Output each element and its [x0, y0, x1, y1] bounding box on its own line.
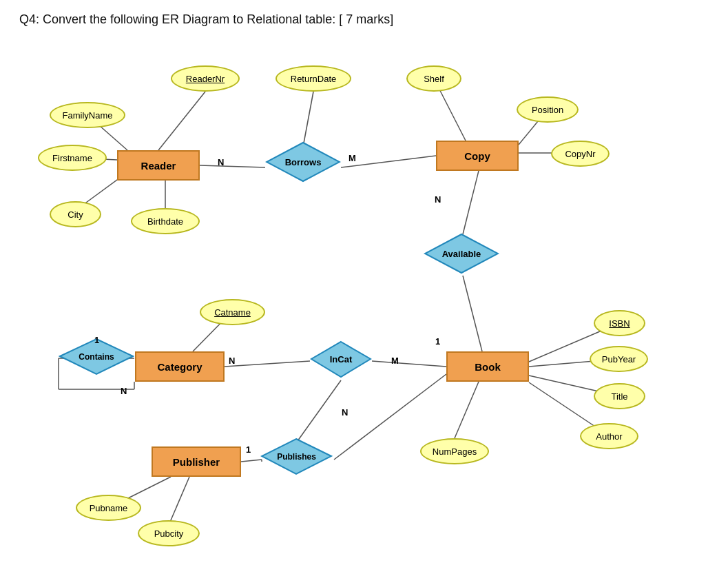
- svg-line-26: [298, 380, 341, 441]
- svg-line-11: [463, 171, 479, 234]
- attr-familyname: FamilyName: [50, 102, 125, 128]
- card-available-book: 1: [435, 336, 440, 347]
- svg-line-31: [169, 477, 189, 525]
- attr-author: Author: [580, 423, 638, 449]
- card-contains-n: N: [121, 386, 127, 396]
- relationship-incat: InCat: [310, 340, 372, 378]
- entity-copy: Copy: [436, 141, 519, 171]
- svg-line-28: [241, 460, 262, 462]
- relationship-publishes: Publishes: [260, 438, 333, 475]
- entity-publisher: Publisher: [152, 446, 241, 477]
- svg-line-0: [158, 92, 205, 150]
- card-publisher-publishes: 1: [246, 444, 251, 455]
- card-reader-borrows: N: [218, 157, 224, 167]
- attr-city: City: [50, 201, 101, 227]
- diagram-lines: [0, 0, 728, 565]
- svg-line-24: [225, 361, 310, 367]
- attr-pubname: Pubname: [76, 495, 141, 521]
- page-title: Q4: Convert the following ER Diagram to …: [19, 12, 393, 27]
- card-borrows-copy: M: [349, 153, 356, 163]
- attr-position: Position: [517, 96, 579, 123]
- svg-line-6: [303, 92, 313, 147]
- relationship-available: Available: [424, 233, 499, 274]
- entity-category: Category: [135, 351, 225, 382]
- svg-line-17: [455, 382, 479, 438]
- attr-copynr: CopyNr: [551, 141, 610, 167]
- attr-shelf: Shelf: [406, 65, 461, 92]
- attr-isbn: ISBN: [594, 310, 645, 336]
- card-copy-available: N: [435, 194, 441, 205]
- attr-firstname: Firstname: [38, 145, 107, 171]
- card-category-incat: N: [229, 356, 235, 366]
- attr-readernr: ReaderNr: [171, 65, 240, 92]
- attr-returndate: ReturnDate: [275, 65, 351, 92]
- entity-book: Book: [446, 351, 529, 382]
- attr-pubyear: PubYear: [590, 346, 648, 372]
- entity-reader: Reader: [117, 150, 200, 181]
- attr-birthdate: Birthdate: [131, 208, 200, 234]
- attr-title: Title: [594, 383, 645, 409]
- attr-catname: Catname: [200, 299, 265, 325]
- card-incat-n: N: [342, 407, 348, 418]
- attr-pubcity: Pubcity: [138, 520, 200, 546]
- svg-line-12: [463, 276, 482, 351]
- svg-line-25: [372, 361, 446, 367]
- relationship-borrows: Borrows: [265, 141, 341, 183]
- svg-line-5: [200, 165, 265, 167]
- card-contains-1: 1: [94, 335, 99, 345]
- attr-numpages: NumPages: [420, 438, 489, 464]
- card-incat-book: M: [391, 356, 399, 366]
